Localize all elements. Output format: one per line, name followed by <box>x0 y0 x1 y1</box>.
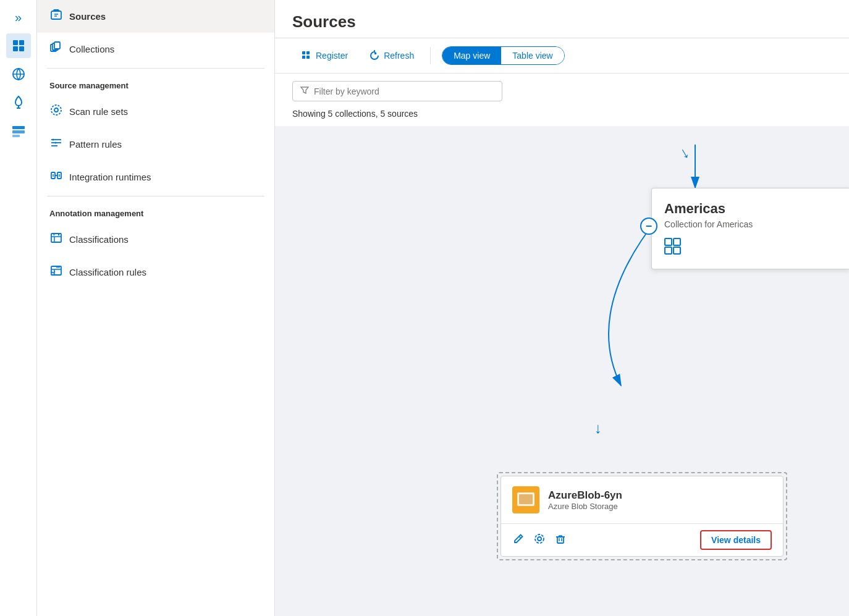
americas-subtitle: Collection for Americas <box>664 219 837 229</box>
svg-point-22 <box>55 142 57 144</box>
svg-rect-1 <box>19 40 24 45</box>
svg-rect-0 <box>13 40 18 45</box>
svg-point-52 <box>538 537 541 541</box>
svg-rect-49 <box>519 494 533 504</box>
nav-classifications-label: Classifications <box>69 234 129 245</box>
nav-pattern-rules-label: Pattern rules <box>69 139 122 150</box>
main-header: Sources <box>275 0 849 38</box>
map-view-label: Map view <box>454 51 490 61</box>
svg-rect-43 <box>665 238 672 245</box>
blob-card-type: Azure Blob Storage <box>548 502 622 511</box>
toolbar: Register Refresh Map view Table view <box>275 38 849 74</box>
svg-point-17 <box>54 108 58 112</box>
edit-icon[interactable] <box>512 533 525 548</box>
view-toggle: Map view Table view <box>442 46 565 65</box>
toolbar-divider <box>430 47 431 64</box>
svg-rect-8 <box>12 130 25 133</box>
americas-card-grid-icon <box>664 238 837 259</box>
catalog-icon <box>11 38 26 53</box>
nav-integration-runtimes-label: Integration runtimes <box>69 172 151 182</box>
connector-arrow-bottom: ↓ <box>594 420 602 437</box>
nav-divider-2 <box>47 196 264 196</box>
collections-icon <box>49 41 63 57</box>
management-icon-item[interactable] <box>6 119 31 143</box>
delete-icon[interactable] <box>554 533 567 548</box>
blob-card: AzureBlob-6yn Azure Blob Storage <box>501 476 784 557</box>
table-view-label: Table view <box>512 51 552 61</box>
filter-input-wrap[interactable] <box>292 81 502 101</box>
nav-sources-label: Sources <box>69 11 106 22</box>
svg-rect-45 <box>665 247 672 254</box>
svg-rect-2 <box>13 46 18 51</box>
chevron-icon: » <box>15 11 22 25</box>
nav-sources[interactable]: Sources <box>37 0 274 33</box>
svg-point-16 <box>51 105 61 115</box>
blob-card-info: AzureBlob-6yn Azure Blob Storage <box>548 489 622 511</box>
catalog-icon-item[interactable] <box>6 33 31 58</box>
nav-classification-rules[interactable]: Classification rules <box>37 256 274 289</box>
filter-input[interactable] <box>314 86 494 96</box>
scan-rule-sets-icon <box>49 104 63 119</box>
nav-collections[interactable]: Collections <box>37 33 274 65</box>
classifications-icon <box>49 232 63 247</box>
americas-card: Americas Collection for Americas <box>651 188 849 269</box>
scan-icon[interactable] <box>533 533 546 548</box>
view-details-label: View details <box>711 535 761 545</box>
svg-rect-7 <box>12 126 25 129</box>
svg-rect-37 <box>302 51 305 54</box>
svg-rect-53 <box>557 537 564 543</box>
refresh-button[interactable]: Refresh <box>360 46 423 65</box>
icon-bar: » <box>0 0 37 616</box>
register-label: Register <box>316 51 348 61</box>
blob-card-dashed: AzureBlob-6yn Azure Blob Storage <box>497 472 787 560</box>
nav-pattern-rules[interactable]: Pattern rules <box>37 128 274 161</box>
data-map-icon-item[interactable] <box>6 62 31 86</box>
left-nav: Sources Collections Source management Sc… <box>37 0 275 616</box>
svg-rect-15 <box>54 42 60 49</box>
svg-rect-40 <box>306 56 310 59</box>
svg-rect-39 <box>302 56 305 59</box>
nav-scan-rule-sets[interactable]: Scan rule sets <box>37 95 274 128</box>
pattern-rules-icon <box>49 137 63 152</box>
page-title: Sources <box>292 12 832 32</box>
source-management-label: Source management <box>37 71 274 95</box>
classification-rules-icon <box>49 264 63 280</box>
nav-integration-runtimes[interactable]: Integration runtimes <box>37 161 274 193</box>
data-map-icon <box>11 67 26 82</box>
svg-rect-10 <box>51 11 61 19</box>
collapse-button[interactable]: − <box>640 217 657 235</box>
blob-card-top: AzureBlob-6yn Azure Blob Storage <box>501 476 783 524</box>
americas-title: Americas <box>664 201 837 217</box>
insights-icon <box>11 95 26 110</box>
svg-rect-44 <box>674 238 680 245</box>
annotation-management-label: Annotation management <box>37 199 274 223</box>
management-icon <box>11 124 26 138</box>
nav-classifications[interactable]: Classifications <box>37 223 274 256</box>
map-area: ↓ Americas Collection for Americas − ↓ <box>275 126 849 616</box>
view-details-button[interactable]: View details <box>700 530 772 550</box>
insights-icon-item[interactable] <box>6 90 31 115</box>
table-view-button[interactable]: Table view <box>501 47 564 64</box>
nav-divider-1 <box>47 68 264 69</box>
svg-rect-3 <box>19 46 24 51</box>
register-button[interactable]: Register <box>292 46 357 65</box>
refresh-icon <box>369 50 380 61</box>
svg-line-50 <box>519 536 521 538</box>
integration-runtimes-icon <box>49 169 63 185</box>
refresh-label: Refresh <box>384 51 414 61</box>
collapse-nav-button[interactable]: » <box>6 5 31 30</box>
showing-text: Showing 5 collections, 5 sources <box>275 106 849 126</box>
blob-storage-icon <box>512 486 539 513</box>
register-icon <box>301 50 312 61</box>
blob-card-name: AzureBlob-6yn <box>548 489 622 502</box>
filter-icon <box>300 86 309 96</box>
nav-scan-rule-sets-label: Scan rule sets <box>69 106 128 117</box>
nav-classification-rules-label: Classification rules <box>69 267 146 277</box>
blob-card-wrap: AzureBlob-6yn Azure Blob Storage <box>497 472 787 560</box>
nav-collections-label: Collections <box>69 44 114 54</box>
svg-point-51 <box>535 534 544 543</box>
main-content: Sources Register Refresh Map view <box>275 0 849 616</box>
map-view-button[interactable]: Map view <box>442 47 501 64</box>
blob-card-actions: View details <box>501 524 783 556</box>
connector-arrow-top: ↓ <box>676 143 693 163</box>
